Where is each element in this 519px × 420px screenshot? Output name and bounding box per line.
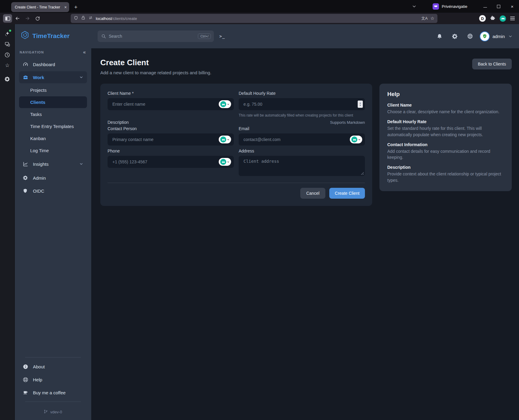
sidebar-item-tasks[interactable]: Tasks [19,108,87,120]
sidebar-toggle-button[interactable] [3,14,12,23]
back-button[interactable] [13,14,22,23]
password-manager-autofill-button[interactable] [219,136,231,143]
sidebar-item-label: Time Entry Templates [30,124,74,129]
password-manager-extension-icon[interactable] [500,15,506,22]
private-mask-icon [433,3,439,10]
contact-person-field: Contact Person [108,126,234,146]
history-clock-icon[interactable] [2,50,12,60]
sidebar-collapse-icon[interactable]: « [83,50,86,55]
help-section-title: Description [387,165,504,170]
window-minimize-button[interactable] [478,0,492,13]
address-textarea[interactable] [239,156,365,176]
sidebar-item-work[interactable]: Work [19,71,87,83]
stepper-down-icon[interactable]: ▼ [359,104,361,107]
tab-list-chevron-icon[interactable] [410,4,419,8]
terminal-prompt-icon[interactable]: >_ [219,34,225,39]
chevron-down-icon [508,34,513,39]
help-section-title: Default Hourly Rate [387,119,504,124]
sidebar-item-admin[interactable]: Admin [19,172,87,184]
chevron-down-icon [79,162,83,166]
synced-tabs-icon[interactable] [2,39,12,50]
client-name-label: Client Name * [108,91,234,96]
help-section-title: Client Name [387,103,504,107]
contact-person-input[interactable] [108,133,234,146]
url-bar[interactable]: localhost/clients/create 文A ☆ [71,14,437,23]
notifications-bell-icon[interactable] [437,33,443,40]
url-host: localhost [96,16,112,21]
url-text: localhost/clients/create [96,16,137,21]
email-input[interactable] [239,133,365,146]
bookmarks-star-icon[interactable]: ☆ [2,60,12,71]
sidebar-item-log-time[interactable]: Log Time [19,145,87,156]
bookmark-star-icon[interactable]: ☆ [430,16,434,21]
search-shortcut-badge: Ctrl+/ [198,34,211,39]
sidebar-item-help[interactable]: Help [19,374,87,386]
chevron-down-icon [227,161,230,163]
help-panel-title: Help [387,91,504,98]
window-maximize-button[interactable] [492,0,505,13]
cancel-button[interactable]: Cancel [300,188,326,199]
extension-d-icon[interactable]: D [479,15,486,22]
avatar-shield-icon [482,34,487,39]
sidebar-item-about[interactable]: About [19,361,87,373]
user-menu[interactable]: admin [480,31,513,41]
sidebar-item-label: Clients [30,100,45,105]
hourly-rate-helper: This rate will be automatically filled w… [239,113,365,117]
window-close-button[interactable]: × [505,0,519,13]
extensions-puzzle-icon[interactable] [490,15,495,22]
create-client-button[interactable]: Create Client [329,188,365,199]
life-ring-icon [23,377,29,383]
menu-hamburger-icon[interactable] [510,17,515,20]
password-manager-autofill-button[interactable] [219,100,231,108]
sidebar-item-time-entry-templates[interactable]: Time Entry Templates [19,120,87,132]
tracking-shield-icon[interactable] [74,15,78,22]
sidebar-item-label: About [33,364,45,369]
permissions-icon[interactable] [88,16,93,21]
search-input[interactable] [109,34,195,39]
ai-chat-icon[interactable] [2,28,12,39]
strip-settings-gear-icon[interactable] [2,74,12,84]
password-manager-icon [220,159,226,165]
number-stepper[interactable]: ▲ ▼ [358,101,363,108]
help-panel: Help Client Name Choose a clear, descrip… [379,84,512,191]
stepper-up-icon[interactable]: ▲ [359,102,361,104]
phone-input[interactable] [108,156,234,168]
sidebar-item-dashboard[interactable]: Dashboard [19,58,87,70]
phone-label: Phone [108,149,234,153]
settings-gear-icon[interactable] [452,33,458,40]
sidebar-item-clients[interactable]: Clients [19,96,87,108]
sidebar-item-buy-me-a-coffee[interactable]: Buy me a coffee [19,386,87,399]
address-label: Address [239,149,365,153]
sidebar-item-label: Work [33,75,44,80]
help-section: Contact Information Add contact details … [387,142,504,161]
browser-tab[interactable]: Create Client - Time Tracker × [11,2,69,12]
connection-lock-icon[interactable] [81,15,85,21]
sidebar-item-label: Admin [33,175,46,181]
sidebar-item-label: Kanban [30,136,46,141]
hourly-rate-input[interactable] [239,98,365,110]
reload-button[interactable] [33,14,42,23]
sidebar-footer: About Help Buy me a coffee [15,354,91,420]
sidebar-item-oidc[interactable]: OIDC [19,185,87,197]
description-row: Description Supports Markdown [108,120,365,125]
sidebar-item-insights[interactable]: Insights [19,158,87,170]
password-manager-autofill-button[interactable] [219,158,231,166]
form-divider [108,183,365,183]
browser-toolbar: localhost/clients/create 文A ☆ D [0,13,519,24]
client-name-input[interactable] [108,98,234,110]
private-browsing-badge: Privénavigatie [433,3,467,10]
language-globe-icon[interactable] [467,33,473,39]
tab-close-icon[interactable]: × [64,5,67,10]
private-label: Privénavigatie [442,4,467,9]
new-tab-button[interactable]: + [71,2,81,12]
password-manager-autofill-button[interactable] [350,136,362,143]
sidebar-item-projects[interactable]: Projects [19,84,87,96]
sidebar-item-label: Buy me a coffee [33,390,66,395]
sidebar-item-kanban[interactable]: Kanban [19,133,87,144]
app-header: Ctrl+/ >_ [91,24,519,48]
translate-icon[interactable]: 文A [421,16,428,21]
search-box[interactable]: Ctrl+/ [98,30,214,42]
brand[interactable]: TimeTracker [15,24,91,41]
forward-button[interactable] [23,14,32,23]
back-to-clients-button[interactable]: Back to Clients [472,59,512,69]
